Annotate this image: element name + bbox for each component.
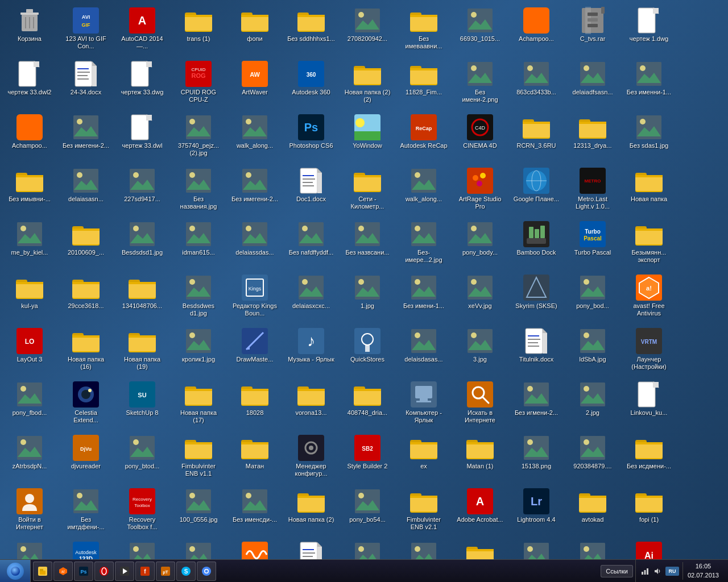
desktop-icon-novpap-n[interactable]: Новая папка	[624, 165, 674, 216]
desktop-icon-menejer-konfig[interactable]: Менеджер конфигур...	[286, 432, 336, 483]
desktop-icon-delaiadfsasn[interactable]: delaiadfsasn...	[568, 58, 618, 109]
desktop-icon-66930[interactable]: 66930_1015...	[455, 5, 505, 56]
desktop-icon-matan[interactable]: Матан	[230, 432, 280, 483]
desktop-icon-227sd9417[interactable]: 227sd9417...	[117, 165, 167, 216]
desktop-icon-yowindow[interactable]: YoWindow	[342, 111, 392, 163]
desktop-icon-15138png[interactable]: 15138.png	[511, 432, 561, 483]
desktop-icon-ex-folder[interactable]: ex	[399, 432, 449, 483]
desktop-icon-novpap2[interactable]: Новая папка (2)	[286, 485, 336, 537]
desktop-icon-bezimeri2jpg[interactable]: Без-имере...2.jpg	[399, 218, 449, 269]
desktop-icon-cherteg33dwl2[interactable]: чертеж 33.dwl2	[5, 58, 55, 109]
desktop-icon-863cd3433b[interactable]: 863cd3433b...	[511, 58, 561, 109]
desktop-icon-bezimegeni2-2[interactable]: Без имегени-2...	[230, 165, 280, 216]
desktop-icon-skyrim-skse[interactable]: Skyrim (SKSE)	[511, 272, 561, 323]
taskbar-app-photoshop-tb[interactable]: Ps	[74, 562, 93, 581]
desktop-icon-bez-sddhh[interactable]: Без sddhhhxs1...	[286, 5, 336, 56]
desktop-icon-novpap19[interactable]: Новая папка (19)	[117, 325, 167, 376]
desktop-icon-delaissxcxc[interactable]: delaiasxcxc...	[286, 272, 336, 323]
desktop-icon-linkovu-ku[interactable]: Linkovu_ku...	[624, 379, 674, 430]
desktop-icon-autocad[interactable]: AAutoCAD 2014 —...	[117, 5, 167, 56]
desktop-icon-artrage[interactable]: ArtRage Studio Pro	[455, 165, 505, 216]
desktop-icon-ponybody2[interactable]: pony_bod...	[568, 272, 618, 323]
desktop-icon-metro[interactable]: METROMetro.Last Light.v 1.0...	[568, 165, 618, 216]
desktop-icon-1jpg[interactable]: 1.jpg	[342, 272, 392, 323]
desktop-icon-11828fim[interactable]: 11828_Fim...	[399, 58, 449, 109]
desktop-icon-komputer-yrlk[interactable]: Компьютер - Ярлык	[399, 379, 449, 430]
taskbar-app-antivirus[interactable]: a!	[53, 562, 73, 581]
desktop-icon-ldsba-jpg[interactable]: ldSbA.jpg	[568, 325, 618, 376]
taskbar-app-chrome[interactable]	[197, 562, 216, 581]
desktop-icon-walkalong1[interactable]: walk_along...	[230, 111, 280, 163]
desktop-icon-avtokad[interactable]: avtokad	[568, 485, 618, 537]
desktop-icon-matan1[interactable]: Matan (1)	[455, 432, 505, 483]
links-button[interactable]: Ссылки	[601, 565, 633, 577]
desktop-icon-delaiasiasn[interactable]: delaiasasn...	[61, 165, 111, 216]
desktop-icon-fopi[interactable]: фопи	[230, 5, 280, 56]
desktop-icon-celestia[interactable]: Celestia Extend...	[61, 379, 111, 430]
desktop-icon-delain1jpg[interactable]: delain1.jpg	[173, 539, 224, 559]
desktop-icon-fimbulvinter-enb21[interactable]: Fimbulvinter ENB v2.1	[399, 485, 449, 537]
desktop-icon-ashampoo2[interactable]: Асhampoо...	[5, 111, 55, 163]
desktop-icon-djvureader[interactable]: DjVudjvureader	[61, 432, 111, 483]
taskbar-app-media-player[interactable]	[115, 562, 134, 581]
taskbar-app-opera[interactable]	[94, 562, 114, 581]
desktop-icon-style-builder2[interactable]: SB2Style Builder 2	[342, 432, 392, 483]
desktop-icon-kul-ya[interactable]: kul-ya	[5, 272, 55, 323]
desktop-icon-100-0556jpg[interactable]: 100_0556.jpg	[173, 485, 224, 537]
tray-volume-icon[interactable]	[653, 567, 662, 576]
desktop-icon-avast[interactable]: a!avast! Free Antivirus	[624, 272, 674, 323]
desktop-icon-novpap16[interactable]: Новая папка (16)	[61, 325, 111, 376]
desktop-icon-bamboo-dock[interactable]: Bamboo Dock	[511, 218, 561, 269]
desktop-icon-bezisdmeni[interactable]: Без исдмени-...	[624, 432, 674, 483]
desktop-icon-cherteg1dwg[interactable]: чертеж 1.dwg	[624, 5, 674, 56]
desktop-icon-cinema4d[interactable]: C4DCINEMA 4D	[455, 111, 505, 163]
desktop-icon-artwaver[interactable]: AWArtWaver	[230, 58, 280, 109]
desktop-icon-3jpg[interactable]: 3.jpg	[455, 325, 505, 376]
desktop-icon-ashampoo1[interactable]: Асhampoо...	[511, 5, 561, 56]
desktop-icon-titulnik-docx[interactable]: Titulnik.docx	[511, 325, 561, 376]
desktop-icon-2jpg[interactable]: 2.jpg	[568, 379, 618, 430]
desktop-icon-bezimegeni2[interactable]: Без имегени-2...	[61, 111, 111, 163]
desktop-icon-fimbulvinter-enb11[interactable]: Fimbulvinter ENB v1.1	[173, 432, 224, 483]
desktop-icon-2434docx[interactable]: 24-34.docx	[61, 58, 111, 109]
desktop-icon-beznafdff[interactable]: Без nafdffyddf...	[286, 218, 336, 269]
desktop-icon-2708200942[interactable]: 2708200942...	[342, 5, 392, 56]
desktop-icon-turbo-pascal[interactable]: TurboPascalTurbo Pascal	[568, 218, 618, 269]
taskbar-app-torrent[interactable]: µT	[156, 562, 175, 581]
desktop-icon-bez-sdas1jpg[interactable]: Без sdas1.jpg	[624, 111, 674, 163]
desktop-icon-delaisasas[interactable]: delaisdasas...	[399, 325, 449, 376]
desktop-icon-cherteg33dwg[interactable]: чертеж 33.dwg	[117, 58, 167, 109]
tray-network-icon[interactable]	[640, 567, 650, 576]
taskbar-app-explorer[interactable]	[33, 562, 52, 581]
desktop-icon-xevv-jpg[interactable]: xeVv.jpg	[455, 272, 505, 323]
desktop-icon-delaiassdas[interactable]: delaiassdas...	[230, 218, 280, 269]
desktop-icon-trans1[interactable]: trans (1)	[173, 5, 224, 56]
start-button[interactable]	[0, 560, 31, 583]
desktop-icon-cherteg33dwl[interactable]: чертеж 33.dwl	[117, 111, 167, 163]
desktop-icon-adobe-acrobat[interactable]: AAdobe Acrobat...	[455, 485, 505, 537]
desktop-icon-bezimendsi2[interactable]: Без именсди-...	[399, 539, 449, 559]
desktop-icon-zatrbsdpn[interactable]: zAtrbsdpN...	[5, 432, 55, 483]
desktop-icon-bezimtdfeni[interactable]: Без имтдфени-...	[61, 485, 111, 537]
desktop-icon-audacity[interactable]: Audacity	[230, 539, 280, 559]
desktop-icon-adobe-apps[interactable]: AiAdobe Applicati...	[624, 539, 674, 559]
desktop-icon-1341048706[interactable]: 1341048706...	[117, 272, 167, 323]
desktop-icon-princess-ca[interactable]: princess_ca...	[5, 539, 55, 559]
desktop-icon-bezimyvni[interactable]: Без имывни-...	[5, 165, 55, 216]
desktop-icon-layout3[interactable]: LOLayOut 3	[5, 325, 55, 376]
desktop-icon-bezimendsi[interactable]: Без именсди-...	[230, 485, 280, 537]
desktop-icon-beznazvscani[interactable]: Без назвсани...	[342, 218, 392, 269]
desktop-icon-375740pej[interactable]: 375740_pejz... (2).jpg	[173, 111, 224, 163]
desktop-icon-autodesk360[interactable]: 360Autodesk 360	[286, 58, 336, 109]
taskbar-app-skype[interactable]: S	[176, 562, 196, 581]
taskbar-app-flash[interactable]: f	[135, 562, 155, 581]
desktop-icon-войти-internet[interactable]: Войти в Интернет	[5, 485, 55, 537]
desktop-icon-bezymexprt[interactable]: Безымянн... экспорт	[624, 218, 674, 269]
desktop-icon-lightroom44[interactable]: LrLightroom 4.4	[511, 485, 561, 537]
desktop-icon-bezimeni2png[interactable]: Без имени-2.png	[455, 58, 505, 109]
desktop-icon-idman615[interactable]: idman615...	[173, 218, 224, 269]
desktop-icon-novpap22[interactable]: Новая папка (2) (2)	[342, 58, 392, 109]
desktop-icon-408748dria[interactable]: 408748_dria...	[342, 379, 392, 430]
desktop-icon-dokument-microsoft[interactable]: Документ Microsoft...	[286, 539, 336, 559]
tray-kb-icon[interactable]: RU	[665, 567, 679, 576]
